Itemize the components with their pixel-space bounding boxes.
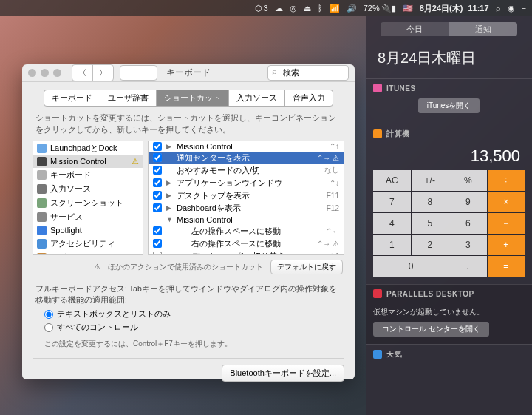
shortcut-checkbox[interactable] [153,142,162,151]
nav-back-forward: 〈 〉 [72,64,114,81]
calc-key-−[interactable]: − [488,213,525,234]
tab-notifications[interactable]: 通知 [449,22,518,36]
shortcut-label: 右の操作スペースに移動 [191,238,281,249]
shortcut-row[interactable]: ▼Mission Control [149,215,344,225]
category-list[interactable]: LaunchpadとDockMission Control⚠キーボード入力ソース… [33,141,143,255]
category-icon [37,144,47,153]
search-field[interactable]: 検索 [267,65,349,81]
calc-key-9[interactable]: 9 [449,192,487,212]
shortcut-row[interactable]: 通知センターを表示⌃→ ⚠ [149,152,344,164]
shortcut-checkbox[interactable] [153,239,162,248]
calc-key-.[interactable]: . [449,256,487,277]
category-row[interactable]: アクセシビリティ [33,237,143,251]
category-row[interactable]: スクリーンショット [33,196,143,210]
tab-input-sources[interactable]: 入力ソース [229,90,285,106]
shortcut-checkbox[interactable] [153,153,162,162]
itunes-icon [373,84,382,92]
shortcut-label: おやすみモードの入/切 [177,165,260,176]
calc-key-8[interactable]: 8 [412,192,449,212]
radio-all-controls[interactable]: すべてのコントロール [22,321,355,334]
calc-key-%[interactable]: % [449,170,487,191]
zoom-button[interactable] [53,69,61,77]
shortcut-row[interactable]: おやすみモードの入/切なし [149,164,344,177]
shortcut-checkbox[interactable] [153,226,162,235]
shortcut-row[interactable]: ▶デスクトップを表示F11 [149,189,344,202]
battery-status[interactable]: 72% 🔌▮ [364,4,396,13]
tab-text[interactable]: ユーザ辞書 [100,90,157,106]
category-icon [37,184,47,194]
category-label: Spotlight [50,226,82,235]
cloud-icon[interactable]: ☁ [275,4,283,13]
category-row[interactable]: 入力ソース [33,182,143,196]
shortcut-row[interactable]: ▶アプリケーションウインドウ⌃↓ [149,177,344,189]
calc-key-+[interactable]: + [488,235,525,255]
menubar-date[interactable]: 8月24日(木) 11:17 [420,3,489,14]
wifi-icon[interactable]: 📶 [330,4,340,13]
calc-key-0[interactable]: 0 [373,256,449,277]
tab-dictation[interactable]: 音声入力 [285,90,332,106]
input-flag[interactable]: 🇺🇸 [403,4,413,13]
shortcut-checkbox[interactable] [153,191,162,200]
eject-icon[interactable]: ⏏ [304,4,311,13]
open-itunes-button[interactable]: iTunesを開く [418,98,480,113]
category-row[interactable]: キーボード [33,168,143,182]
shortcut-keys: F12 [327,204,339,212]
shortcut-checkbox[interactable] [153,178,162,187]
shortcut-checkbox[interactable] [153,166,162,175]
category-row[interactable]: LaunchpadとDock [33,141,143,155]
spotlight-icon[interactable]: ⌕ [496,4,501,13]
minimize-button[interactable] [41,69,49,77]
forward-button[interactable]: 〉 [93,65,113,81]
calc-key-1[interactable]: 1 [373,235,411,255]
calc-key-=[interactable]: = [488,256,525,277]
calc-key-6[interactable]: 6 [449,213,487,234]
volume-icon[interactable]: 🔊 [347,4,357,13]
disclosure-icon: ▼ [166,216,172,223]
calc-key-÷[interactable]: ÷ [488,170,525,191]
tab-keyboard[interactable]: キーボード [44,90,100,106]
calc-key-4[interactable]: 4 [373,213,411,234]
calc-key-3[interactable]: 3 [449,235,487,255]
category-row[interactable]: Mission Control⚠ [33,155,143,168]
calc-key-+/-[interactable]: +/- [412,170,449,191]
shortcut-table[interactable]: ▶Mission Control⌃↑通知センターを表示⌃→ ⚠おやすみモードの入… [148,141,344,255]
nc-date: 8月24日木曜日 [366,42,532,78]
shortcut-keys: ⌃↑ [330,142,339,150]
calc-key-×[interactable]: × [488,192,525,212]
close-button[interactable] [28,69,36,77]
shortcut-row[interactable]: ▶Mission Control⌃↑ [149,141,344,152]
shortcut-checkbox[interactable] [153,203,162,212]
category-row[interactable]: サービス [33,210,143,224]
dropbox-icon[interactable]: ⬡ 3 [255,4,268,13]
radio-text-lists[interactable]: テキストボックスとリストのみ [22,308,355,321]
category-label: Mission Control [50,157,106,166]
bluetooth-icon[interactable]: ᛒ [318,4,323,13]
bluetooth-keyboard-button[interactable]: Bluetoothキーボードを設定... [222,365,344,382]
parallels-icon [373,289,382,298]
calc-key-2[interactable]: 2 [412,235,449,255]
show-all-button[interactable]: ⋮⋮⋮ [120,65,157,81]
shortcut-row[interactable]: デスクトップ1へ切り替え⌃1 [149,250,344,255]
calc-key-7[interactable]: 7 [373,192,411,212]
disclosure-icon: ▶ [166,179,172,186]
siri-icon[interactable]: ◉ [508,4,515,13]
open-control-center-button[interactable]: コントロール センターを開く [373,322,489,337]
back-button[interactable]: 〈 [72,65,93,81]
calc-display: 13,500 [373,145,525,170]
shortcut-row[interactable]: 右の操作スペースに移動⌃→ ⚠ [149,237,344,250]
parallels-message: 仮想マシンが起動していません。 [373,304,525,322]
calc-key-5[interactable]: 5 [412,213,449,234]
tab-shortcuts[interactable]: ショートカット [157,90,229,106]
restore-defaults-button[interactable]: デフォルトに戻す [270,260,343,274]
notification-center-icon[interactable]: ≡ [522,4,526,13]
calc-key-AC[interactable]: AC [373,170,411,191]
shortcut-row[interactable]: 左の操作スペースに移動⌃← [149,225,344,237]
shortcut-row[interactable]: ▶Dashboardを表示F12 [149,202,344,215]
shortcut-label: Dashboardを表示 [177,203,241,214]
warning-icon: ⚠ [94,263,100,271]
category-icon [37,198,47,208]
disc-icon[interactable]: ◎ [290,4,297,13]
tab-today[interactable]: 今日 [381,22,449,36]
category-row[interactable]: Spotlight [33,224,143,237]
category-icon [37,212,47,222]
